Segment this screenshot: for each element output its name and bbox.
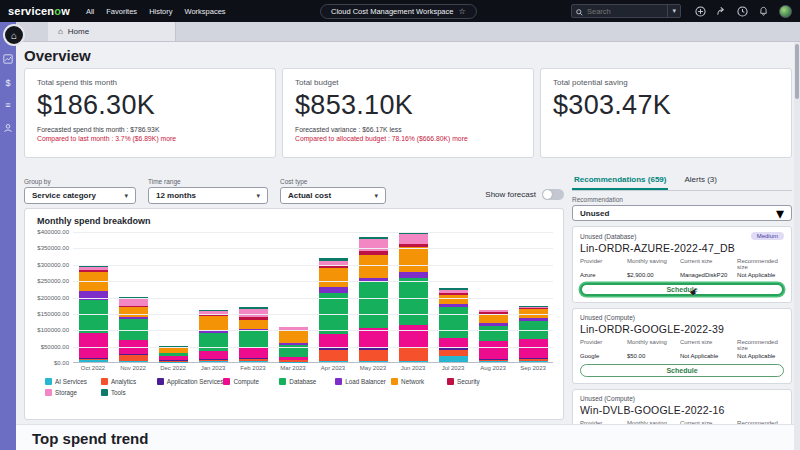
overview-heading: Overview <box>24 47 792 64</box>
bar-segment-network <box>479 314 508 324</box>
servicenow-logo[interactable]: servicenow <box>8 5 70 17</box>
page-scrollbar[interactable] <box>794 42 800 450</box>
cost-dollar-icon[interactable]: $ <box>2 79 14 88</box>
gridline <box>73 248 553 249</box>
legend-item-load-balancer[interactable]: Load Balancer <box>335 378 391 385</box>
show-forecast-toggle[interactable] <box>542 189 564 200</box>
resource-name[interactable]: Lin-ORDR-GOOGLE-2022-39 <box>580 323 784 335</box>
current-size-value: Not Applicable <box>680 353 737 359</box>
bar-segment-database <box>79 300 108 333</box>
legend-item-ai-services[interactable]: AI Services <box>45 378 101 385</box>
bar-segment-network <box>359 255 388 278</box>
legend-swatch <box>279 378 286 385</box>
cost-type-select[interactable]: Actual cost ▾ <box>280 187 386 204</box>
search-box[interactable]: ▾ <box>571 4 681 18</box>
bar-segment-load-balancer <box>79 291 108 300</box>
tab-strip: ⌂ Home <box>0 22 800 42</box>
legend-item-security[interactable]: Security <box>447 378 503 385</box>
x-tick-label: May 2023 <box>353 363 393 371</box>
gridline <box>73 314 553 315</box>
bar-segment-storage <box>399 234 428 243</box>
bar-segment-ai-services <box>359 361 388 362</box>
kpi-compare-text: Compared to allocated budget : 78.16% ($… <box>295 135 521 142</box>
show-forecast-label: Show forecast <box>485 190 536 199</box>
add-icon[interactable] <box>695 6 706 17</box>
monthly-saving-value: $50.00 <box>627 353 680 359</box>
search-input[interactable] <box>587 7 657 16</box>
legend-item-application-services[interactable]: Application Services <box>157 378 224 385</box>
time-range-label: Time range <box>148 178 268 185</box>
notification-bell-icon[interactable] <box>758 6 769 17</box>
filters-row: Group by Service category ▾ Time range 1… <box>24 172 564 204</box>
dashboard-chart-icon[interactable] <box>2 54 14 66</box>
top-nav-icons <box>695 5 792 18</box>
gridline <box>73 232 553 233</box>
group-by-select[interactable]: Service category ▾ <box>24 187 136 204</box>
resource-name[interactable]: Win-DVLB-GOOGLE-2022-16 <box>580 404 784 416</box>
bar-segment-ai-services <box>79 360 108 362</box>
recommendation-filter-select[interactable]: Unused ▾ <box>572 205 792 221</box>
legend-item-tools[interactable]: Tools <box>101 389 157 396</box>
filter-time-range: Time range 12 months ▾ <box>148 178 268 204</box>
legend-item-analytics[interactable]: Analytics <box>101 378 157 385</box>
top-menu: All Favorites History Workspaces <box>86 7 226 16</box>
current-size-value: ManagedDiskP20 <box>680 272 737 278</box>
recommendation-details: Provider Monthly saving Current size Rec… <box>580 339 784 359</box>
resource-name[interactable]: Lin-ORDR-AZURE-2022-47_DB <box>580 242 784 254</box>
legend-item-network[interactable]: Network <box>391 378 447 385</box>
mouse-cursor-icon: ☛ <box>688 286 700 299</box>
legend-swatch <box>335 378 342 385</box>
tab-alerts[interactable]: Alerts (3) <box>682 172 718 190</box>
content-row: Group by Service category ▾ Time range 1… <box>24 172 792 450</box>
favorite-star-icon[interactable]: ☆ <box>458 7 465 16</box>
schedule-button[interactable]: Schedule ☛ <box>580 283 784 296</box>
bar-stack <box>439 288 468 362</box>
search-scope-caret-icon[interactable]: ▾ <box>667 5 680 17</box>
legend-item-database[interactable]: Database <box>279 378 335 385</box>
home-button[interactable]: ⌂ <box>3 24 25 46</box>
bar-stack <box>159 346 188 362</box>
y-tick-label: $200000.00 <box>37 295 69 301</box>
chart-plot-wrap: $0.00$50000.00$100000.00$150000.00$20000… <box>31 232 553 363</box>
bar-segment-database <box>199 333 228 351</box>
x-tick-label: Nov 2022 <box>113 363 153 371</box>
tab-recommendations[interactable]: Recommendations (659) <box>572 172 668 190</box>
menu-all[interactable]: All <box>86 7 94 16</box>
time-range-select[interactable]: 12 months ▾ <box>148 187 268 204</box>
left-rail: $ ≡ <box>0 22 16 450</box>
workspace-title-pill[interactable]: Cloud Cost Management Workspace ☆ <box>320 4 477 19</box>
kpi-label: Total potential saving <box>553 78 779 87</box>
scrollbar-thumb[interactable] <box>795 44 799 99</box>
schedule-button[interactable]: Schedule <box>580 364 784 377</box>
y-tick-label: $50000.00 <box>41 344 69 350</box>
menu-favorites[interactable]: Favorites <box>106 7 137 16</box>
tab-home[interactable]: ⌂ Home <box>48 22 176 41</box>
user-profile-icon[interactable] <box>2 123 14 135</box>
bar-segment-network <box>279 331 308 343</box>
legend-label: Network <box>401 378 424 385</box>
chevron-down-icon: ▾ <box>256 192 260 200</box>
kpi-compare-text: Compared to last month : 3.7% ($6.89K) m… <box>37 135 263 142</box>
user-avatar[interactable] <box>779 5 792 18</box>
group-by-label: Group by <box>24 178 136 185</box>
legend-item-storage[interactable]: Storage <box>45 389 101 396</box>
toggle-knob <box>543 190 552 199</box>
bar-segment-ai-services <box>399 361 428 362</box>
activity-clock-icon[interactable] <box>737 6 748 17</box>
share-icon[interactable] <box>716 6 727 17</box>
kpi-cards-row: Total spend this month $186.30K Forecast… <box>24 68 792 158</box>
bar-segment-ai-services <box>519 361 548 362</box>
menu-workspaces[interactable]: Workspaces <box>184 7 225 16</box>
legend-label: Application Services <box>167 378 224 385</box>
menu-history[interactable]: History <box>149 7 172 16</box>
legend-item-compute[interactable]: Compute <box>223 378 279 385</box>
kpi-value: $303.47K <box>553 90 779 121</box>
recommendation-details: Provider Monthly saving Current size Rec… <box>580 258 784 278</box>
x-tick-label: Sep 2023 <box>513 363 553 371</box>
legend-swatch <box>447 378 454 385</box>
legend-swatch <box>157 378 164 385</box>
legend-label: Storage <box>55 389 77 396</box>
kpi-card-total-spend: Total spend this month $186.30K Forecast… <box>24 68 276 158</box>
list-menu-icon[interactable]: ≡ <box>2 101 14 110</box>
kpi-card-potential-saving: Total potential saving $303.47K <box>540 68 792 158</box>
